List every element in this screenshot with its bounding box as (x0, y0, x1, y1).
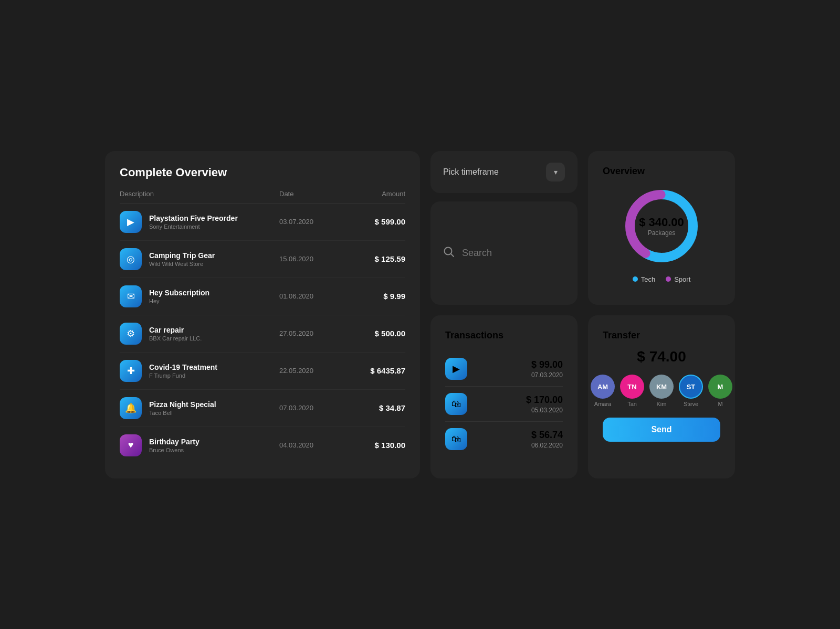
table-row: ▶ Playstation Five Preorder Sony Enterta… (120, 204, 405, 241)
avatar[interactable]: TN (620, 375, 644, 399)
table-row: ♥ Birthday Party Bruce Owens 04.03.2020 … (120, 427, 405, 464)
row-desc: ◎ Camping Trip Gear Wild Wild West Store (120, 248, 279, 270)
search-input[interactable] (462, 248, 565, 259)
col-date: Date (279, 190, 342, 198)
transaction-row: 🛍 $ 56.74 06.02.2020 (445, 422, 563, 456)
row-amount: $ 34.87 (342, 403, 405, 412)
timeframe-label: Pick timeframe (443, 167, 499, 177)
legend-tech-label: Tech (641, 275, 655, 283)
transfer-avatars: AM Amara TN Tan KM Kim ST Steve M M (603, 375, 720, 407)
txn-details: $ 56.74 06.02.2020 (531, 430, 563, 449)
avatar[interactable]: M (708, 375, 732, 399)
row-icon: ♥ (120, 434, 142, 456)
overview-rows: ▶ Playstation Five Preorder Sony Enterta… (120, 204, 405, 464)
legend-sport-dot (666, 276, 671, 282)
row-desc: ✚ Covid-19 Treatment F Trump Fund (120, 360, 279, 382)
row-title: Car repair (149, 326, 202, 334)
row-info: Playstation Five Preorder Sony Entertain… (149, 214, 238, 230)
svg-line-1 (451, 253, 454, 257)
txn-details: $ 99.00 07.03.2020 (531, 359, 563, 379)
row-info: Birthday Party Bruce Owens (149, 438, 200, 453)
table-row: ◎ Camping Trip Gear Wild Wild West Store… (120, 241, 405, 278)
txn-icon: ▶ (445, 358, 467, 380)
row-icon: ◎ (120, 248, 142, 270)
legend-sport: Sport (666, 275, 690, 283)
send-button[interactable]: Send (603, 418, 720, 442)
donut-legend: Tech Sport (603, 275, 720, 283)
transaction-row: 🛍 $ 170.00 05.03.2020 (445, 387, 563, 422)
transfer-amount: $ 74.00 (603, 348, 720, 365)
row-desc: ▶ Playstation Five Preorder Sony Enterta… (120, 211, 279, 233)
donut-label: Packages (639, 229, 684, 237)
row-amount: $ 599.00 (342, 217, 405, 226)
row-title: Hey Subscription (149, 289, 209, 297)
donut-center: $ 340.00 Packages (639, 216, 684, 237)
row-icon: ✉ (120, 285, 142, 307)
row-amount: $ 6435.87 (342, 366, 405, 375)
legend-tech: Tech (633, 275, 655, 283)
avatar-wrap[interactable]: AM Amara (591, 375, 615, 407)
donut-card: Overview $ 340.00 Packages Tech (588, 151, 735, 305)
overview-card: Complete Overview Description Date Amoun… (105, 151, 420, 478)
row-subtitle: BBX Car repair LLC. (149, 335, 202, 342)
row-desc: ✉ Hey Subscription Hey (120, 285, 279, 307)
table-row: 🔔 Pizza Night Special Taco Bell 07.03.20… (120, 390, 405, 427)
avatar[interactable]: ST (679, 375, 703, 399)
avatar-wrap[interactable]: M M (708, 375, 732, 407)
row-subtitle: Hey (149, 298, 209, 304)
overview-title: Complete Overview (120, 166, 405, 179)
timeframe-dropdown-btn[interactable]: ▾ (546, 163, 565, 182)
row-info: Covid-19 Treatment F Trump Fund (149, 363, 217, 379)
row-info: Hey Subscription Hey (149, 289, 209, 304)
row-icon: 🔔 (120, 397, 142, 419)
row-subtitle: Wild Wild West Store (149, 261, 215, 267)
txn-amount: $ 170.00 (526, 395, 563, 406)
row-subtitle: Bruce Owens (149, 447, 200, 453)
row-desc: ⚙ Car repair BBX Car repair LLC. (120, 323, 279, 345)
avatar-wrap[interactable]: TN Tan (620, 375, 644, 407)
row-icon: ⚙ (120, 323, 142, 345)
donut-chart: $ 340.00 Packages (603, 184, 720, 268)
donut-title: Overview (603, 166, 720, 177)
row-title: Birthday Party (149, 438, 200, 446)
row-title: Playstation Five Preorder (149, 214, 238, 222)
transaction-row: ▶ $ 99.00 07.03.2020 (445, 351, 563, 387)
table-row: ✉ Hey Subscription Hey 01.06.2020 $ 9.99 (120, 278, 405, 315)
avatar-wrap[interactable]: ST Steve (679, 375, 703, 407)
txn-date: 05.03.2020 (526, 407, 563, 414)
row-amount: $ 125.59 (342, 254, 405, 263)
txn-date: 07.03.2020 (531, 371, 563, 379)
avatar-name: Kim (657, 401, 667, 407)
txn-date: 06.02.2020 (531, 442, 563, 449)
avatar[interactable]: AM (591, 375, 615, 399)
transactions-rows: ▶ $ 99.00 07.03.2020 🛍 $ 170.00 05.03.20… (445, 351, 563, 456)
avatar[interactable]: KM (649, 375, 674, 399)
row-title: Camping Trip Gear (149, 251, 215, 260)
txn-icon: 🛍 (445, 428, 467, 450)
table-row: ✚ Covid-19 Treatment F Trump Fund 22.05.… (120, 353, 405, 390)
row-subtitle: Taco Bell (149, 410, 216, 416)
row-amount: $ 130.00 (342, 441, 405, 450)
transfer-card: Transfer $ 74.00 AM Amara TN Tan KM Kim … (588, 315, 735, 478)
legend-tech-dot (633, 276, 638, 282)
middle-top: Pick timeframe ▾ (430, 151, 578, 305)
table-row: ⚙ Car repair BBX Car repair LLC. 27.05.2… (120, 315, 405, 353)
row-date: 03.07.2020 (279, 218, 342, 226)
transactions-card: Transactions ▶ $ 99.00 07.03.2020 🛍 $ 17… (430, 315, 578, 478)
row-amount: $ 9.99 (342, 292, 405, 301)
legend-sport-label: Sport (674, 275, 690, 283)
transactions-title: Transactions (445, 330, 563, 341)
row-title: Pizza Night Special (149, 400, 216, 409)
table-header: Description Date Amount (120, 190, 405, 204)
row-info: Camping Trip Gear Wild Wild West Store (149, 251, 215, 267)
row-amount: $ 500.00 (342, 329, 405, 338)
timeframe-card: Pick timeframe ▾ (430, 151, 578, 193)
avatar-name: Amara (594, 401, 611, 407)
txn-amount: $ 56.74 (531, 430, 563, 441)
avatar-wrap[interactable]: KM Kim (649, 375, 674, 407)
row-date: 27.05.2020 (279, 329, 342, 337)
row-info: Car repair BBX Car repair LLC. (149, 326, 202, 342)
row-date: 07.03.2020 (279, 404, 342, 412)
row-title: Covid-19 Treatment (149, 363, 217, 371)
row-desc: 🔔 Pizza Night Special Taco Bell (120, 397, 279, 419)
